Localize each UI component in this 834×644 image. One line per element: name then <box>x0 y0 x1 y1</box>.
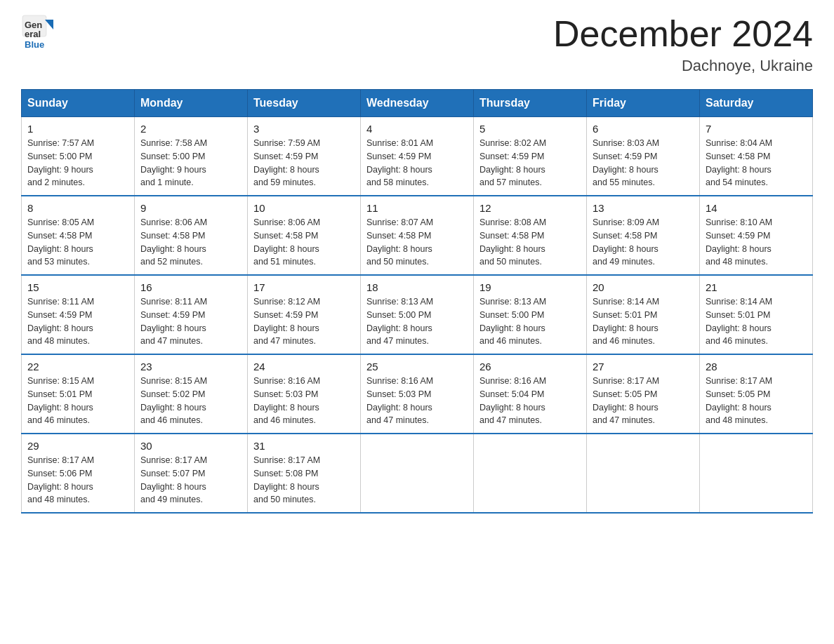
day-info: Sunrise: 7:59 AMSunset: 4:59 PMDaylight:… <box>253 137 355 189</box>
day-info: Sunrise: 8:06 AMSunset: 4:58 PMDaylight:… <box>253 216 355 269</box>
calendar-cell: 29Sunrise: 8:17 AMSunset: 5:06 PMDayligh… <box>22 434 135 513</box>
calendar-cell: 20Sunrise: 8:14 AMSunset: 5:01 PMDayligh… <box>587 275 700 354</box>
day-number: 14 <box>706 202 807 214</box>
calendar-week-4: 22Sunrise: 8:15 AMSunset: 5:01 PMDayligh… <box>22 354 813 434</box>
day-info: Sunrise: 8:16 AMSunset: 5:03 PMDaylight:… <box>253 375 355 427</box>
calendar-cell: 15Sunrise: 8:11 AMSunset: 4:59 PMDayligh… <box>22 275 135 354</box>
day-number: 31 <box>253 440 355 452</box>
calendar-week-2: 8Sunrise: 8:05 AMSunset: 4:58 PMDaylight… <box>22 196 813 275</box>
calendar-cell: 21Sunrise: 8:14 AMSunset: 5:01 PMDayligh… <box>700 275 813 354</box>
col-monday: Monday <box>135 90 248 117</box>
day-info: Sunrise: 8:13 AMSunset: 5:00 PMDaylight:… <box>366 295 468 348</box>
day-info: Sunrise: 8:10 AMSunset: 4:59 PMDaylight:… <box>706 216 807 269</box>
calendar-cell: 31Sunrise: 8:17 AMSunset: 5:08 PMDayligh… <box>248 434 361 513</box>
day-info: Sunrise: 8:11 AMSunset: 4:59 PMDaylight:… <box>27 295 128 348</box>
title-block: December 2024 Dachnoye, Ukraine <box>553 14 813 75</box>
calendar-cell: 19Sunrise: 8:13 AMSunset: 5:00 PMDayligh… <box>474 275 587 354</box>
day-number: 17 <box>253 281 355 293</box>
calendar-cell: 14Sunrise: 8:10 AMSunset: 4:59 PMDayligh… <box>700 196 813 275</box>
svg-text:Blue: Blue <box>25 39 44 50</box>
month-title: December 2024 <box>553 14 813 54</box>
day-number: 28 <box>706 361 807 373</box>
col-tuesday: Tuesday <box>248 90 361 117</box>
logo-icon: Gen eral Blue <box>21 14 58 51</box>
calendar-cell: 23Sunrise: 8:15 AMSunset: 5:02 PMDayligh… <box>135 354 248 434</box>
calendar-cell: 2Sunrise: 7:58 AMSunset: 5:00 PMDaylight… <box>135 117 248 196</box>
calendar-cell: 24Sunrise: 8:16 AMSunset: 5:03 PMDayligh… <box>248 354 361 434</box>
calendar-table: Sunday Monday Tuesday Wednesday Thursday… <box>21 89 813 514</box>
day-number: 30 <box>140 440 241 452</box>
day-info: Sunrise: 8:17 AMSunset: 5:05 PMDaylight:… <box>706 375 807 427</box>
header-row: Sunday Monday Tuesday Wednesday Thursday… <box>22 90 813 117</box>
calendar-week-3: 15Sunrise: 8:11 AMSunset: 4:59 PMDayligh… <box>22 275 813 354</box>
day-info: Sunrise: 8:14 AMSunset: 5:01 PMDaylight:… <box>706 295 807 348</box>
logo: Gen eral Blue <box>21 14 58 51</box>
day-number: 19 <box>479 281 581 293</box>
day-number: 23 <box>140 361 241 373</box>
col-thursday: Thursday <box>474 90 587 117</box>
day-info: Sunrise: 8:04 AMSunset: 4:58 PMDaylight:… <box>706 137 807 189</box>
day-info: Sunrise: 8:11 AMSunset: 4:59 PMDaylight:… <box>140 295 241 348</box>
calendar-cell: 26Sunrise: 8:16 AMSunset: 5:04 PMDayligh… <box>474 354 587 434</box>
day-number: 1 <box>27 123 128 135</box>
col-wednesday: Wednesday <box>361 90 474 117</box>
day-number: 3 <box>253 123 355 135</box>
calendar-cell: 16Sunrise: 8:11 AMSunset: 4:59 PMDayligh… <box>135 275 248 354</box>
day-info: Sunrise: 8:01 AMSunset: 4:59 PMDaylight:… <box>366 137 468 189</box>
day-info: Sunrise: 8:17 AMSunset: 5:05 PMDaylight:… <box>593 375 694 427</box>
day-number: 29 <box>27 440 128 452</box>
calendar-cell: 4Sunrise: 8:01 AMSunset: 4:59 PMDaylight… <box>361 117 474 196</box>
day-info: Sunrise: 8:15 AMSunset: 5:02 PMDaylight:… <box>140 375 241 427</box>
day-info: Sunrise: 8:08 AMSunset: 4:58 PMDaylight:… <box>479 216 581 269</box>
day-number: 18 <box>366 281 468 293</box>
calendar-week-1: 1Sunrise: 7:57 AMSunset: 5:00 PMDaylight… <box>22 117 813 196</box>
day-info: Sunrise: 8:06 AMSunset: 4:58 PMDaylight:… <box>140 216 241 269</box>
day-info: Sunrise: 8:15 AMSunset: 5:01 PMDaylight:… <box>27 375 128 427</box>
day-number: 15 <box>27 281 128 293</box>
day-number: 5 <box>479 123 581 135</box>
day-info: Sunrise: 8:16 AMSunset: 5:03 PMDaylight:… <box>366 375 468 427</box>
day-info: Sunrise: 8:09 AMSunset: 4:58 PMDaylight:… <box>593 216 694 269</box>
calendar-cell: 3Sunrise: 7:59 AMSunset: 4:59 PMDaylight… <box>248 117 361 196</box>
calendar-cell: 27Sunrise: 8:17 AMSunset: 5:05 PMDayligh… <box>587 354 700 434</box>
day-info: Sunrise: 8:17 AMSunset: 5:07 PMDaylight:… <box>140 454 241 507</box>
calendar-cell: 17Sunrise: 8:12 AMSunset: 4:59 PMDayligh… <box>248 275 361 354</box>
calendar-cell <box>474 434 587 513</box>
day-number: 7 <box>706 123 807 135</box>
calendar-cell <box>700 434 813 513</box>
svg-text:eral: eral <box>25 29 41 39</box>
calendar-cell: 12Sunrise: 8:08 AMSunset: 4:58 PMDayligh… <box>474 196 587 275</box>
day-info: Sunrise: 8:16 AMSunset: 5:04 PMDaylight:… <box>479 375 581 427</box>
calendar-cell: 5Sunrise: 8:02 AMSunset: 4:59 PMDaylight… <box>474 117 587 196</box>
day-info: Sunrise: 8:07 AMSunset: 4:58 PMDaylight:… <box>366 216 468 269</box>
calendar-cell: 10Sunrise: 8:06 AMSunset: 4:58 PMDayligh… <box>248 196 361 275</box>
location: Dachnoye, Ukraine <box>553 57 813 75</box>
day-number: 20 <box>593 281 694 293</box>
day-number: 6 <box>593 123 694 135</box>
day-number: 4 <box>366 123 468 135</box>
calendar-cell: 8Sunrise: 8:05 AMSunset: 4:58 PMDaylight… <box>22 196 135 275</box>
day-info: Sunrise: 8:05 AMSunset: 4:58 PMDaylight:… <box>27 216 128 269</box>
calendar-cell: 25Sunrise: 8:16 AMSunset: 5:03 PMDayligh… <box>361 354 474 434</box>
calendar-cell: 22Sunrise: 8:15 AMSunset: 5:01 PMDayligh… <box>22 354 135 434</box>
calendar-week-5: 29Sunrise: 8:17 AMSunset: 5:06 PMDayligh… <box>22 434 813 513</box>
calendar-body: 1Sunrise: 7:57 AMSunset: 5:00 PMDaylight… <box>22 117 813 514</box>
day-number: 8 <box>27 202 128 214</box>
day-number: 9 <box>140 202 241 214</box>
day-number: 16 <box>140 281 241 293</box>
day-info: Sunrise: 8:03 AMSunset: 4:59 PMDaylight:… <box>593 137 694 189</box>
day-info: Sunrise: 8:13 AMSunset: 5:00 PMDaylight:… <box>479 295 581 348</box>
day-number: 22 <box>27 361 128 373</box>
day-info: Sunrise: 7:58 AMSunset: 5:00 PMDaylight:… <box>140 137 241 189</box>
day-number: 12 <box>479 202 581 214</box>
day-number: 2 <box>140 123 241 135</box>
day-number: 13 <box>593 202 694 214</box>
calendar-header: Sunday Monday Tuesday Wednesday Thursday… <box>22 90 813 117</box>
day-info: Sunrise: 8:12 AMSunset: 4:59 PMDaylight:… <box>253 295 355 348</box>
col-sunday: Sunday <box>22 90 135 117</box>
calendar-cell: 9Sunrise: 8:06 AMSunset: 4:58 PMDaylight… <box>135 196 248 275</box>
calendar-cell: 18Sunrise: 8:13 AMSunset: 5:00 PMDayligh… <box>361 275 474 354</box>
day-info: Sunrise: 8:17 AMSunset: 5:06 PMDaylight:… <box>27 454 128 507</box>
calendar-cell: 7Sunrise: 8:04 AMSunset: 4:58 PMDaylight… <box>700 117 813 196</box>
day-number: 25 <box>366 361 468 373</box>
